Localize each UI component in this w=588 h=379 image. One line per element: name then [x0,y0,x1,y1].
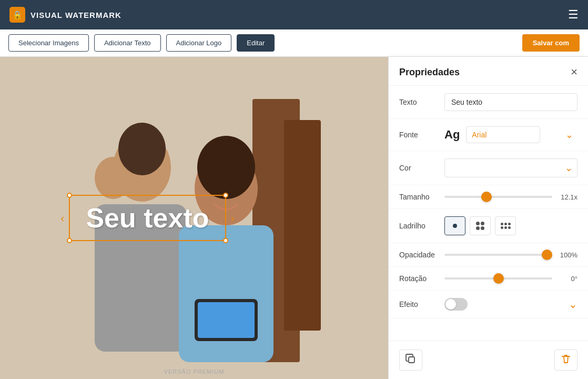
size-slider-content: 12.1x [444,193,577,201]
effect-label: Efeito [399,300,437,308]
menu-icon[interactable]: ☰ [568,8,579,22]
canvas-area: ‹ › Seu texto VERSÃO PREMIUM [0,57,388,379]
size-label: Tamanho [399,193,437,201]
watermark-text: Seu texto [86,202,209,234]
resize-handle-br[interactable] [222,238,228,243]
color-arrow-icon: ⌄ [565,162,573,174]
svg-point-9 [118,123,166,175]
svg-rect-13 [409,357,414,363]
font-select-wrapper: Arial Times New Roman Helvetica Georgia … [466,126,577,143]
app-header: 🔒 VISUAL WATERMARK ☰ [0,0,588,29]
text-row: Texto [389,86,588,119]
resize-handle-tr[interactable] [222,193,228,198]
logo: 🔒 VISUAL WATERMARK [9,7,121,23]
color-picker-box[interactable]: ⌄ [444,158,577,177]
delete-icon [561,354,571,367]
size-row: Tamanho 12.1x [389,185,588,209]
resize-handle-bl[interactable] [67,238,72,243]
effect-row: Efeito ⌄ [389,291,588,318]
opacity-value: 100% [557,251,577,259]
watermark-bounding-box[interactable]: ‹ › Seu texto [69,195,226,241]
font-select-arrow: ⌄ [565,129,573,141]
effect-toggle[interactable] [444,298,468,311]
resize-handle-left[interactable]: ‹ [60,212,64,224]
panel-footer [389,341,588,379]
panel-title: Propriedades [399,67,460,78]
version-label: VERSÃO PREMIUM [164,368,225,375]
rotation-label: Rotação [399,274,437,283]
color-row: Cor ⌄ [389,151,588,185]
text-input-wrapper [444,93,577,111]
opacity-slider-content: 100% [444,251,577,259]
tile-row: Ladrilho [389,209,588,243]
svg-rect-12 [198,302,255,338]
rotation-slider-content: 0° [444,275,577,283]
select-images-button[interactable]: Selecionar Imagens [8,34,89,52]
effect-expand-icon[interactable]: ⌄ [569,298,577,311]
font-select[interactable]: Arial Times New Roman Helvetica Georgia [466,126,540,143]
resize-handle-tl[interactable] [67,193,72,198]
text-input[interactable] [444,93,577,111]
tile-medium-icon [476,222,484,230]
opacity-slider[interactable] [444,254,552,256]
save-button[interactable]: Salvar com [522,34,580,52]
properties-panel: Propriedades × Texto Fonte Ag Arial Time… [388,57,588,379]
color-label: Cor [399,164,437,172]
lock-icon: 🔒 [9,7,25,23]
text-label: Texto [399,98,437,106]
color-content: ⌄ [444,158,577,177]
tile-label: Ladrilho [399,222,437,230]
rotation-row: Rotação 0° [389,267,588,291]
copy-button[interactable] [399,350,422,371]
resize-handle-right[interactable]: › [231,212,235,224]
effect-content: ⌄ [444,298,577,311]
font-preview: Ag [444,128,460,142]
main-area: ‹ › Seu texto VERSÃO PREMIUM Propriedade… [0,57,588,379]
toggle-thumb [445,299,456,310]
add-logo-button[interactable]: Adicionar Logo [166,34,232,52]
logo-text: VISUAL WATERMARK [31,11,121,19]
edit-tab-button[interactable]: Editar [237,34,275,52]
font-label: Fonte [399,131,437,139]
tile-medium-button[interactable] [470,216,491,235]
add-text-button[interactable]: Adicionar Texto [94,34,161,52]
rotation-value: 0° [557,275,577,283]
tile-single-button[interactable] [444,216,465,235]
opacity-row: Opacidade 100% [389,243,588,267]
size-slider[interactable] [444,196,552,198]
opacity-label: Opacidade [399,251,437,259]
tile-large-button[interactable] [495,216,516,235]
font-content: Ag Arial Times New Roman Helvetica Georg… [444,126,577,143]
toolbar: Selecionar Imagens Adicionar Texto Adici… [0,29,588,57]
panel-header: Propriedades × [389,57,588,86]
delete-button[interactable] [554,350,577,371]
tile-buttons [444,216,577,235]
svg-rect-8 [179,225,273,362]
rotation-slider[interactable] [444,277,552,280]
font-row: Fonte Ag Arial Times New Roman Helvetica… [389,119,588,151]
copy-icon [405,354,416,367]
tile-large-icon [501,223,511,229]
svg-point-10 [197,136,255,199]
svg-rect-3 [284,120,321,331]
tile-single-icon [453,224,457,228]
size-value: 12.1x [557,193,577,201]
close-button[interactable]: × [571,66,577,78]
